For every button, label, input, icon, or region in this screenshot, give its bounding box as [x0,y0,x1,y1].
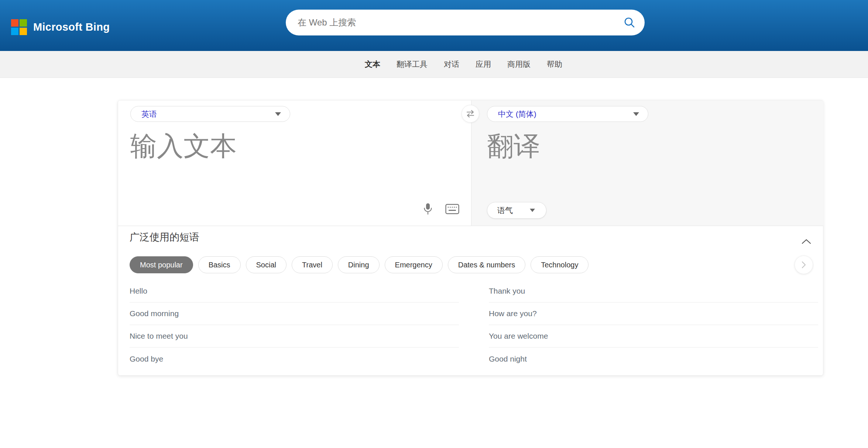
nav-tabs: 文本 翻译工具 对话 应用 商用版 帮助 [365,51,562,78]
category-social[interactable]: Social [246,256,287,273]
phrase-item[interactable]: You are welcome [489,325,818,348]
tab-conversation[interactable]: 对话 [444,59,459,69]
translator-card: 英语 中文 (简体) 输入文本 翻译 语 [118,100,823,376]
search-input[interactable] [298,17,623,28]
category-dates-numbers[interactable]: Dates & numbers [448,256,526,273]
collapse-chevron-up-icon[interactable] [800,236,813,247]
categories-next-button[interactable] [795,256,813,274]
phrases-section-title: 广泛使用的短语 [130,230,199,244]
phrases-left-column: Hello Good morning Nice to meet you Good… [130,280,459,370]
tone-selector[interactable]: 语气 [487,202,546,219]
tab-text[interactable]: 文本 [365,59,380,69]
translator-nav: 文本 翻译工具 对话 应用 商用版 帮助 [0,51,868,78]
category-basics[interactable]: Basics [198,256,241,273]
category-emergency[interactable]: Emergency [385,256,443,273]
swap-languages-button[interactable] [462,105,479,123]
section-divider [118,226,823,226]
chevron-down-icon [530,209,535,212]
phrase-item[interactable]: Good bye [130,348,459,370]
swap-icon [465,109,476,118]
keyboard-icon[interactable] [444,201,460,217]
microphone-icon[interactable] [420,201,436,217]
source-language-selector[interactable]: 英语 [130,106,290,122]
microsoft-logo-icon [11,19,27,35]
source-language-label: 英语 [141,109,157,119]
phrase-item[interactable]: Hello [130,280,459,302]
phrase-item[interactable]: Good morning [130,302,459,325]
tab-business[interactable]: 商用版 [507,59,531,69]
target-language-label: 中文 (简体) [498,109,536,119]
brand-title: Microsoft Bing [33,21,110,33]
source-text-input[interactable]: 输入文本 [118,123,471,225]
target-placeholder: 翻译 [487,130,540,162]
phrases-list: Hello Good morning Nice to meet you Good… [130,280,818,370]
phrase-item[interactable]: Good night [489,348,818,370]
web-search-box [286,10,645,35]
target-language-selector[interactable]: 中文 (简体) [487,106,648,122]
tab-apps[interactable]: 应用 [476,59,491,69]
source-placeholder: 输入文本 [130,130,237,162]
category-most-popular[interactable]: Most popular [130,256,193,273]
chevron-right-icon [801,260,807,269]
category-dining[interactable]: Dining [338,256,380,273]
phrase-item[interactable]: Thank you [489,280,818,302]
tone-label: 语气 [497,205,513,216]
phrase-category-chips: Most popular Basics Social Travel Dining… [130,256,589,273]
tab-help[interactable]: 帮助 [547,59,562,69]
phrase-item[interactable]: How are you? [489,302,818,325]
phrases-right-column: Thank you How are you? You are welcome G… [489,280,818,370]
chevron-down-icon [275,112,281,116]
search-icon[interactable] [623,16,636,29]
bing-home-link[interactable]: Microsoft Bing [11,19,110,35]
header: Microsoft Bing [0,0,868,51]
phrase-item[interactable]: Nice to meet you [130,325,459,348]
category-technology[interactable]: Technology [531,256,589,273]
chevron-down-icon [633,112,639,116]
tab-translation-tools[interactable]: 翻译工具 [397,59,428,69]
category-travel[interactable]: Travel [292,256,333,273]
